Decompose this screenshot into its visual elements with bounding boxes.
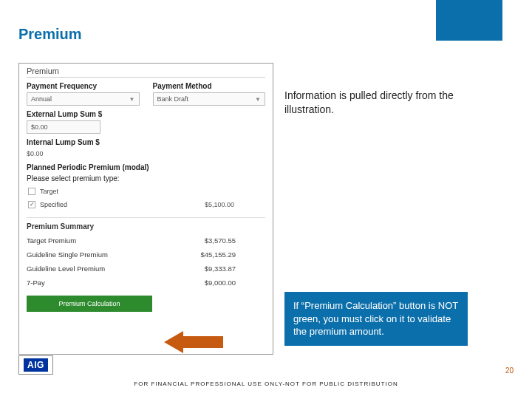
checkbox-checked-icon: ✓ <box>28 201 35 208</box>
guideline-level-value: $9,333.87 <box>205 265 236 273</box>
payment-frequency-label: Payment Frequency <box>27 82 140 90</box>
premium-calculation-button[interactable]: Premium Calculation <box>27 296 152 312</box>
checkbox-icon <box>28 188 35 195</box>
external-lump-input[interactable]: $0.00 <box>27 120 100 134</box>
info-note: Information is pulled directly from the … <box>284 89 466 117</box>
planned-premium-label: Planned Periodic Premium (modal) <box>27 163 265 171</box>
seven-pay-row: 7-Pay $9,000.00 <box>27 276 265 290</box>
panel-title: Premium <box>27 66 265 75</box>
target-premium-value: $3,570.55 <box>205 236 236 245</box>
payment-frequency-select[interactable]: Annual ▼ <box>27 92 140 106</box>
footer-disclaimer: FOR FINANCIAL PROFESSIONAL USE ONLY-NOT … <box>0 381 532 387</box>
corner-accent <box>436 0 502 41</box>
aig-logo-text: AIG <box>24 358 48 372</box>
premium-form-panel: Premium Payment Frequency Annual ▼ Payme… <box>18 63 273 355</box>
slide-title: Premium <box>18 26 82 43</box>
guideline-level-row: Guideline Level Premium $9,333.87 <box>27 262 265 276</box>
page-number: 20 <box>505 366 514 375</box>
internal-lump-value: $0.00 <box>27 149 265 159</box>
specified-option-label: Specified <box>40 201 67 208</box>
target-option[interactable]: Target <box>27 185 265 198</box>
premium-summary-header: Premium Summary <box>27 217 265 231</box>
select-premium-prompt: Please select premium type: <box>27 174 265 183</box>
target-premium-row: Target Premium $3,570.55 <box>27 233 265 248</box>
internal-lump-label: Internal Lump Sum $ <box>27 138 265 146</box>
seven-pay-label: 7-Pay <box>27 279 45 287</box>
aig-logo: AIG <box>18 355 53 375</box>
specified-amount: $5,100.00 <box>205 201 234 208</box>
guideline-single-row: Guideline Single Premium $45,155.29 <box>27 248 265 262</box>
arrow-left-icon <box>164 331 223 353</box>
specified-option[interactable]: ✓ Specified $5,100.00 <box>27 198 265 211</box>
external-lump-label: External Lump Sum $ <box>27 110 265 118</box>
target-option-label: Target <box>40 188 58 195</box>
guideline-single-value: $45,155.29 <box>200 250 236 259</box>
payment-method-value: Bank Draft <box>157 95 189 103</box>
chevron-down-icon: ▼ <box>255 96 261 103</box>
target-premium-label: Target Premium <box>27 236 76 245</box>
payment-method-label: Payment Method <box>153 82 266 90</box>
validate-note: If “Premium Calculation” button is NOT g… <box>284 292 468 346</box>
chevron-down-icon: ▼ <box>129 96 135 103</box>
payment-method-select[interactable]: Bank Draft ▼ <box>153 92 266 106</box>
guideline-single-label: Guideline Single Premium <box>27 250 108 259</box>
payment-frequency-value: Annual <box>31 95 52 103</box>
seven-pay-value: $9,000.00 <box>205 279 236 287</box>
guideline-level-label: Guideline Level Premium <box>27 265 105 273</box>
divider <box>27 77 265 78</box>
